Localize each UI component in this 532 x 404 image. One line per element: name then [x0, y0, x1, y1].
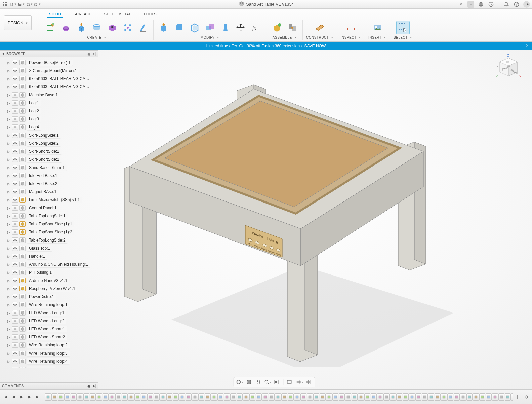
tree-row[interactable]: ▷ Skirt-LongSide:2 [3, 139, 97, 147]
visibility-toggle-icon[interactable] [12, 124, 18, 130]
tree-row[interactable]: ▷ Machine Base:1 [3, 91, 97, 99]
combine-icon[interactable] [203, 21, 217, 34]
measure-icon[interactable] [344, 21, 358, 34]
visibility-toggle-icon[interactable] [12, 181, 18, 186]
workspace-switcher[interactable]: DESIGN▼ [4, 15, 32, 30]
timeline-feature[interactable] [390, 393, 396, 401]
pan-icon[interactable] [254, 378, 262, 386]
timeline-feature[interactable] [332, 393, 338, 401]
hole-icon[interactable] [106, 21, 119, 34]
timeline-feature[interactable] [511, 393, 513, 401]
timeline-feature[interactable] [479, 393, 485, 401]
expand-icon[interactable]: ▷ [7, 343, 11, 347]
timeline-feature[interactable] [269, 393, 275, 401]
expand-icon[interactable]: ▷ [7, 142, 11, 145]
fit-icon[interactable]: ▾ [273, 378, 281, 386]
viewport-layout-icon[interactable]: ▾ [305, 378, 313, 386]
timeline-feature[interactable] [128, 393, 134, 401]
pattern-icon[interactable] [121, 21, 134, 34]
timeline-step-fwd-icon[interactable]: ▶ [26, 394, 33, 400]
promo-close-icon[interactable]: × [526, 43, 529, 49]
timeline-end-icon[interactable]: ▶| [34, 394, 41, 400]
timeline-feature[interactable] [352, 393, 358, 401]
tree-row[interactable]: ▷ Sand Base - 6mm:1 [3, 163, 97, 172]
timeline-feature[interactable] [230, 393, 236, 401]
timeline-feature[interactable] [281, 393, 287, 401]
expand-icon[interactable]: ▷ [7, 222, 11, 226]
tree-row[interactable]: ▷ Skirt-ShortSide:1 [3, 147, 97, 155]
tree-row[interactable]: ▷ X Carriage Mount(Mirror):1 [3, 67, 97, 75]
timeline-feature[interactable] [415, 393, 421, 401]
extensions-icon[interactable] [478, 1, 484, 8]
browser-collapse-icon[interactable]: ◀ [2, 52, 4, 56]
visibility-toggle-icon[interactable] [12, 116, 18, 122]
tree-row[interactable]: ▷ LED Wood - Long:2 [3, 317, 97, 325]
timeline-feature[interactable] [224, 393, 230, 401]
visibility-toggle-icon[interactable] [12, 108, 18, 114]
timeline-feature[interactable] [262, 393, 268, 401]
expand-icon[interactable]: ▷ [7, 198, 11, 202]
expand-icon[interactable]: ▷ [7, 319, 11, 323]
comments-handle-icon[interactable]: ▶| [93, 384, 96, 388]
timeline-feature[interactable] [211, 393, 217, 401]
timeline-feature[interactable] [428, 393, 434, 401]
expand-icon[interactable]: ▷ [7, 214, 11, 218]
new-component-icon[interactable]: + [270, 21, 284, 34]
expand-icon[interactable]: ▷ [7, 77, 11, 81]
tree-row[interactable]: ▷ Skirt-LongSide:1 [3, 131, 97, 139]
timeline-feature[interactable] [173, 393, 179, 401]
new-sketch-icon[interactable]: + [44, 21, 57, 34]
draft-icon[interactable] [219, 21, 232, 34]
tree-row[interactable]: ▷ Wire Retaining loop:1 [3, 301, 97, 309]
visibility-toggle-icon[interactable] [12, 367, 18, 368]
visibility-toggle-icon[interactable] [12, 68, 18, 73]
visibility-toggle-icon[interactable] [12, 189, 18, 194]
browser-settings-icon[interactable]: ◉ [87, 52, 91, 56]
visibility-toggle-icon[interactable] [12, 310, 18, 316]
timeline-step-back-icon[interactable]: ◀ [10, 394, 17, 400]
timeline-feature[interactable] [198, 393, 204, 401]
expand-icon[interactable]: ▷ [7, 327, 11, 331]
joint-icon[interactable] [286, 21, 299, 34]
tree-row[interactable]: ▷ Arduino NanoV3 v1:1 [3, 277, 97, 285]
visibility-toggle-icon[interactable] [12, 294, 18, 299]
undo-icon[interactable]: ▼ [26, 1, 33, 8]
visibility-toggle-icon[interactable] [12, 334, 18, 340]
tab-surface[interactable]: SURFACE [71, 11, 94, 18]
timeline-feature[interactable] [237, 393, 243, 401]
extrude-icon[interactable] [75, 21, 88, 34]
timeline-feature[interactable] [492, 393, 498, 401]
timeline-feature[interactable] [460, 393, 466, 401]
tree-row[interactable]: ▷ Leg:4 [3, 123, 97, 131]
expand-icon[interactable]: ▷ [7, 69, 11, 73]
help-icon[interactable] [513, 1, 520, 8]
tree-row[interactable]: ▷ TableTopShortSide (1):1 [3, 220, 97, 228]
visibility-toggle-icon[interactable] [12, 141, 18, 146]
timeline-feature[interactable] [364, 393, 370, 401]
redo-icon[interactable]: ▼ [34, 1, 41, 8]
tree-row[interactable]: ▷ 6725K603_BALL BEARING CARR... [3, 75, 97, 83]
visibility-toggle-icon[interactable] [12, 254, 18, 259]
timeline-feature[interactable] [77, 393, 83, 401]
tree-row[interactable]: ▷ TableTopShortSide (1):2 [3, 228, 97, 236]
timeline-expand-icon[interactable] [514, 394, 521, 400]
grid-settings-icon[interactable]: ▾ [296, 378, 303, 386]
timeline-feature[interactable] [409, 393, 415, 401]
expand-icon[interactable]: ▷ [7, 255, 11, 258]
timeline-feature[interactable] [217, 393, 223, 401]
timeline-feature[interactable] [473, 393, 479, 401]
tree-row[interactable]: ▷ Arduino & CNC Shield Housing:1 [3, 260, 97, 268]
timeline-feature[interactable] [498, 393, 504, 401]
timeline-feature[interactable] [422, 393, 428, 401]
viewcube[interactable]: FRONT RIGHT TOP Z X Y [495, 54, 522, 81]
visibility-toggle-icon[interactable] [12, 342, 18, 348]
expand-icon[interactable]: ▷ [7, 182, 11, 186]
modify-group-label[interactable]: MODIFY▼ [201, 36, 219, 40]
construct-plane-icon[interactable] [313, 21, 327, 34]
timeline-feature[interactable] [441, 393, 447, 401]
timeline-feature[interactable] [45, 393, 51, 401]
timeline-feature[interactable] [154, 393, 160, 401]
tree-row[interactable]: ▷ TableTopLongSide:2 [3, 236, 97, 244]
tree-row[interactable]: ▷ LED Corner:1 [3, 365, 97, 368]
shell-icon[interactable] [188, 21, 201, 34]
